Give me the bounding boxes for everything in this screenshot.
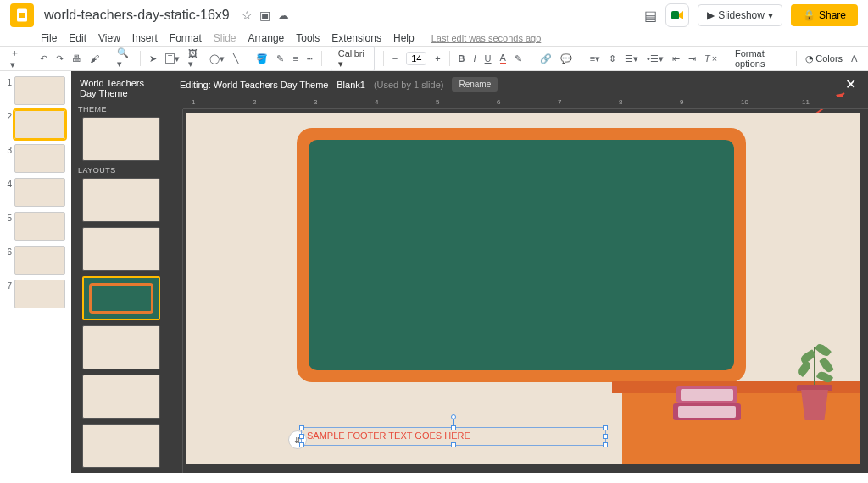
layouts-section-label: LAYOUTS [78,166,166,175]
rename-button[interactable]: Rename [452,77,498,92]
move-icon[interactable]: ▣ [259,8,270,22]
menu-edit[interactable]: Edit [69,32,86,44]
decrease-indent-button[interactable]: ⇤ [672,53,680,64]
fill-color-button[interactable]: 🪣 [256,53,268,64]
comments-icon[interactable]: ▤ [644,8,657,24]
layout-thumb[interactable] [82,424,160,468]
svg-rect-1 [19,13,25,18]
resize-handle[interactable] [603,442,608,447]
bold-button[interactable]: B [459,53,465,64]
layout-thumb[interactable] [82,375,160,419]
border-color-button[interactable]: ✎ [276,53,284,64]
border-weight-button[interactable]: ≡ [292,53,298,64]
editing-label: Editing: World Teachers Day Theme - Blan… [180,80,365,90]
books-graphic [673,386,741,420]
menu-arrange[interactable]: Arrange [248,32,285,44]
clear-formatting-button[interactable]: T× [704,53,717,64]
font-size-input[interactable] [406,52,426,65]
highlight-button[interactable]: ✎ [515,53,522,64]
increase-indent-button[interactable]: ⇥ [688,53,696,64]
slides-app-icon[interactable] [10,3,34,27]
star-icon[interactable]: ☆ [242,8,253,22]
shape-tool[interactable]: ◯▾ [209,53,225,64]
slide-thumbnail[interactable] [14,144,65,173]
new-slide-button[interactable]: ＋▾ [10,47,22,70]
italic-button[interactable]: I [474,53,476,64]
resize-handle[interactable] [299,442,304,447]
theme-builder-panel: World Teachers Day Theme THEME LAYOUTS [71,71,171,473]
layout-thumb-selected[interactable] [82,276,160,320]
filmstrip: 1234567 [0,71,71,473]
menu-bar: File Edit View Insert Format Slide Arran… [0,31,868,46]
layout-thumb[interactable] [82,178,160,222]
menu-help[interactable]: Help [393,32,415,44]
menu-insert[interactable]: Insert [132,32,158,44]
slide-number: 3 [3,144,12,155]
menu-tools[interactable]: Tools [296,32,320,44]
resize-handle[interactable] [603,425,608,430]
insert-comment-button[interactable]: 💬 [560,53,572,64]
underline-button[interactable]: U [485,53,492,64]
menu-extensions[interactable]: Extensions [331,32,381,44]
slide-canvas[interactable]: ⇵ SAMPLE FOOTER TEXT GOES HERE [186,113,860,464]
resize-handle[interactable] [451,425,456,430]
slide-number: 4 [3,178,12,189]
slide-number: 7 [3,280,12,291]
border-dash-button[interactable]: ┅ [307,53,313,64]
text-color-button[interactable]: A [500,53,506,64]
slide-thumbnail[interactable] [14,212,65,241]
resize-handle[interactable] [603,434,608,439]
menu-file[interactable]: File [41,32,57,44]
slideshow-button[interactable]: ▶Slideshow▾ [698,4,782,26]
footer-textbox-selected[interactable]: SAMPLE FOOTER TEXT GOES HERE [301,427,606,446]
vertical-ruler [171,109,183,473]
layout-thumb[interactable] [82,227,160,271]
theme-section-label: THEME [78,105,166,114]
undo-button[interactable]: ↶ [40,53,47,64]
numbered-list-button[interactable]: ☰▾ [625,53,638,64]
menu-slide: Slide [214,32,236,44]
share-button[interactable]: 🔒Share [791,4,858,26]
paint-format-button[interactable]: 🖌 [90,53,99,64]
increase-font-button[interactable]: + [435,53,440,64]
insert-link-button[interactable]: 🔗 [540,53,552,64]
resize-handle[interactable] [451,442,456,447]
slide-thumbnail[interactable] [14,178,65,207]
cloud-status-icon[interactable]: ☁ [277,8,289,22]
image-tool[interactable]: 🖼▾ [188,48,200,69]
line-tool[interactable]: ╲ [233,53,239,64]
bulleted-list-button[interactable]: •☰▾ [647,53,664,64]
plant-graphic [793,344,836,420]
meet-button[interactable] [665,3,689,27]
align-button[interactable]: ≡▾ [590,53,600,64]
textbox-tool[interactable]: 🅃▾ [165,53,180,64]
resize-handle[interactable] [299,425,304,430]
last-edit-link[interactable]: Last edit was seconds ago [431,33,542,43]
colors-button[interactable]: ◔ Colors [805,53,843,64]
collapse-toolbar-button[interactable]: ᐱ [851,53,858,64]
select-tool[interactable]: ➤ [149,53,157,64]
decrease-font-button[interactable]: − [392,53,398,64]
used-by-label: (Used by 1 slide) [374,80,444,90]
svg-rect-2 [671,11,679,19]
layout-thumb[interactable] [82,325,160,369]
slide-thumbnail[interactable] [14,76,65,105]
chalkboard-graphic [297,128,746,382]
zoom-button[interactable]: 🔍▾ [117,47,131,69]
slide-thumbnail[interactable] [14,280,65,308]
line-spacing-button[interactable]: ⇕ [609,53,616,64]
resize-handle[interactable] [299,434,304,439]
theme-master-thumb[interactable] [82,117,160,161]
slide-thumbnail[interactable] [14,110,65,139]
close-theme-editor-button[interactable]: ✕ [842,76,860,92]
format-options-button[interactable]: Format options [735,48,788,69]
rotate-handle[interactable] [451,414,456,419]
redo-button[interactable]: ↷ [56,53,64,64]
slide-number: 6 [3,246,12,257]
slide-thumbnail[interactable] [14,246,65,275]
font-family-select[interactable]: Calibri ▾ [331,46,375,72]
menu-format[interactable]: Format [170,32,202,44]
document-title[interactable]: world-teachers-day-static-16x9 [44,8,230,23]
print-button[interactable]: 🖶 [72,53,81,64]
menu-view[interactable]: View [98,32,120,44]
